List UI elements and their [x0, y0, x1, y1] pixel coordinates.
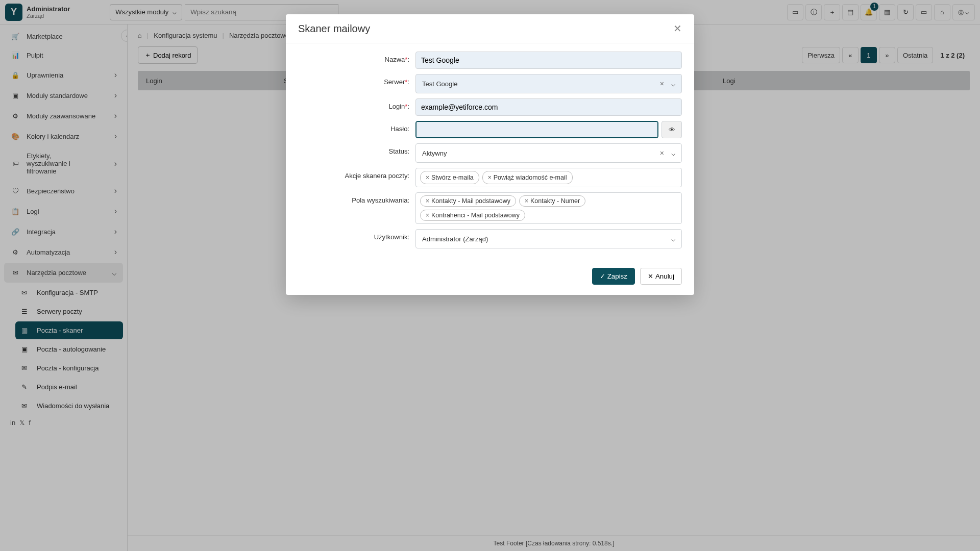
tag-remove-icon[interactable]: ×	[426, 212, 429, 219]
label-name: Nazwa*:	[298, 52, 415, 63]
tag-item[interactable]: ×Powiąż wiadomość e-mail	[482, 171, 573, 184]
label-password: Hasło:	[298, 121, 415, 133]
user-select[interactable]: Administrator (Zarząd) ⌵	[415, 229, 682, 248]
cancel-button[interactable]: ✕ Anuluj	[640, 268, 682, 285]
toggle-password-button[interactable]: 👁	[662, 121, 682, 138]
tag-item[interactable]: ×Kontrahenci - Mail podstawowy	[420, 210, 525, 221]
name-field[interactable]	[415, 52, 682, 69]
server-select[interactable]: Test Google × ⌵	[415, 74, 682, 93]
user-select-value: Administrator (Zarząd)	[420, 234, 666, 244]
check-icon: ✓	[600, 272, 605, 280]
modal-title: Skaner mailowy	[298, 23, 370, 35]
tag-remove-icon[interactable]: ×	[426, 174, 429, 181]
chevron-down-icon[interactable]: ⌵	[669, 149, 677, 157]
status-select[interactable]: Aktywny × ⌵	[415, 143, 682, 163]
tag-remove-icon[interactable]: ×	[488, 174, 492, 181]
label-login: Login*:	[298, 98, 415, 110]
cancel-label: Anuluj	[655, 272, 674, 280]
label-status: Status:	[298, 143, 415, 155]
save-label: Zapisz	[607, 272, 627, 280]
eye-icon: 👁	[669, 126, 675, 134]
close-icon: ✕	[648, 272, 653, 280]
server-select-value: Test Google	[420, 79, 655, 89]
close-icon[interactable]: ✕	[673, 22, 682, 35]
search-fields-select[interactable]: ×Kontakty - Mail podstawowy ×Kontakty - …	[415, 192, 682, 224]
label-server: Serwer*:	[298, 74, 415, 86]
label-user: Użytkownik:	[298, 229, 415, 241]
status-select-value: Aktywny	[420, 148, 655, 158]
tag-remove-icon[interactable]: ×	[426, 197, 429, 205]
modal-overlay[interactable]: Skaner mailowy ✕ Nazwa*: Serwer*: Test G…	[0, 0, 980, 551]
clear-icon[interactable]: ×	[658, 149, 666, 157]
login-field[interactable]	[415, 98, 682, 116]
tag-remove-icon[interactable]: ×	[525, 197, 528, 205]
chevron-down-icon[interactable]: ⌵	[669, 235, 677, 243]
tag-item[interactable]: ×Kontakty - Numer	[519, 195, 585, 207]
save-button[interactable]: ✓ Zapisz	[592, 268, 635, 285]
chevron-down-icon[interactable]: ⌵	[669, 80, 677, 88]
clear-icon[interactable]: ×	[658, 80, 666, 88]
modal: Skaner mailowy ✕ Nazwa*: Serwer*: Test G…	[286, 14, 694, 295]
password-field[interactable]	[415, 121, 658, 138]
tag-item[interactable]: ×Kontakty - Mail podstawowy	[420, 195, 516, 207]
label-search-fields: Pola wyszukiwania:	[298, 192, 415, 204]
tag-item[interactable]: ×Stwórz e-maila	[420, 171, 479, 184]
scanner-actions-select[interactable]: ×Stwórz e-maila ×Powiąż wiadomość e-mail	[415, 168, 682, 187]
label-actions: Akcje skanera poczty:	[298, 168, 415, 180]
